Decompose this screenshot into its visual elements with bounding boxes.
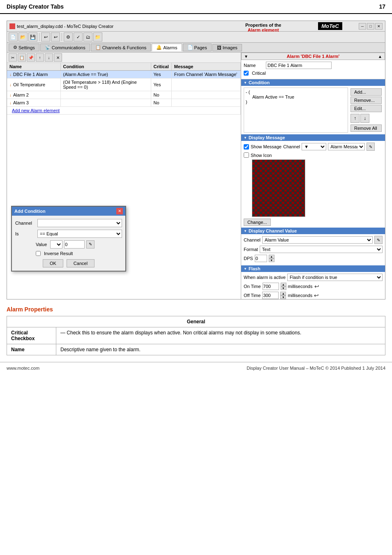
list-down-btn[interactable]: ↓ xyxy=(45,53,53,62)
add-alarm-row[interactable]: Add new Alarm element xyxy=(7,107,241,115)
off-time-reset-btn[interactable]: ↩ xyxy=(314,292,319,299)
format-select[interactable]: Text xyxy=(260,246,383,253)
alarm-1-icon: ↓ xyxy=(9,72,12,77)
alarm-message-select[interactable]: Alarm Message xyxy=(328,143,365,150)
alarm-row-4[interactable]: ↓Alarm 3 No xyxy=(7,99,241,107)
list-up-btn[interactable]: ↑ xyxy=(36,53,44,62)
channel-select[interactable] xyxy=(37,219,122,227)
footer-website: www.motec.com xyxy=(7,366,39,371)
off-time-input[interactable] xyxy=(262,292,279,299)
show-icon-checkbox[interactable] xyxy=(244,152,249,158)
condition-section-header[interactable]: ▼ Condition xyxy=(241,79,385,86)
alarm-4-condition xyxy=(60,99,151,107)
tab-settings[interactable]: ⚙ Settings xyxy=(9,44,39,51)
on-time-spin-up[interactable]: ▲ xyxy=(281,283,286,286)
dialog-title: Add Condition xyxy=(14,209,46,214)
dps-spin-up[interactable]: ▲ xyxy=(269,255,274,258)
alarm-properties-section: Alarm Properties General Critical Checkb… xyxy=(7,306,385,355)
critical-checkbox-row: Critical Checkbox — Check this to ensure… xyxy=(7,327,385,344)
alarm-row-2[interactable]: ↓Oil Temperature (Oil Temperature > 118)… xyxy=(7,78,241,91)
toolbar-undo-btn[interactable]: ↩ xyxy=(41,32,50,41)
value-type-select[interactable] xyxy=(50,240,62,249)
alarm-4-name: ↓Alarm 3 xyxy=(7,99,60,107)
remove-all-btn[interactable]: Remove All xyxy=(350,124,382,132)
name-input[interactable] xyxy=(266,62,332,69)
toolbar-folder3-btn[interactable]: 🗂 xyxy=(83,32,92,41)
alarm-3-name: ↓Alarm 2 xyxy=(7,91,60,99)
alarm-name-display: Alarm 'DBC File 1 Alarm' xyxy=(248,54,378,59)
dcv-header[interactable]: ▼ Display Channel Value xyxy=(241,228,385,234)
add-alarm-link[interactable]: Add new Alarm element xyxy=(9,106,62,115)
display-message-header[interactable]: ▼ Display Message xyxy=(241,134,385,141)
show-message-checkbox[interactable] xyxy=(244,144,249,150)
channels-icon: 📋 xyxy=(95,45,101,50)
edit-condition-btn[interactable]: Edit... xyxy=(350,105,382,112)
inverse-checkbox[interactable] xyxy=(36,251,41,256)
alarm-1-name: ↓DBC File 1 Alarm xyxy=(7,71,60,78)
ok-btn[interactable]: OK xyxy=(43,259,63,267)
on-time-reset-btn[interactable]: ↩ xyxy=(314,283,319,290)
tab-alarms[interactable]: 🔔 Alarms xyxy=(152,44,182,51)
flash-condition-select[interactable]: Flash if condition is true xyxy=(287,274,383,281)
toolbar-save-btn[interactable]: 💾 xyxy=(28,32,37,41)
toolbar-folder4-btn[interactable]: 📁 xyxy=(93,32,102,41)
toolbar-check-btn[interactable]: ✓ xyxy=(74,32,83,41)
off-time-spin-down[interactable]: ▼ xyxy=(280,295,286,299)
alarm-row-1[interactable]: ↓DBC File 1 Alarm (Alarm Active == True)… xyxy=(7,71,241,78)
value-input[interactable] xyxy=(64,240,85,249)
change-btn[interactable]: Change... xyxy=(244,219,271,226)
off-time-spin-up[interactable]: ▲ xyxy=(280,292,286,295)
toolbar-settings2-btn[interactable]: ⚙ xyxy=(64,32,73,41)
toolbar-open-btn[interactable]: 📂 xyxy=(18,32,28,41)
toolbar-sep2 xyxy=(62,33,62,41)
alarm-2-icon: ↓ xyxy=(9,83,12,87)
toolbar-new-btn[interactable]: 📄 xyxy=(9,32,18,41)
alarm-2-name: ↓Oil Temperature xyxy=(7,78,60,91)
alarm-value-edit-btn[interactable]: ✎ xyxy=(374,236,383,244)
page-header: Display Creator Tabs 17 xyxy=(0,0,392,14)
on-time-spin-down[interactable]: ▼ xyxy=(281,286,286,290)
value-edit-btn[interactable]: ✎ xyxy=(86,240,95,249)
flash-header[interactable]: ▼ Flash xyxy=(241,265,385,272)
pages-icon: 📄 xyxy=(187,45,193,50)
alarm-row-3[interactable]: ↓Alarm 2 No xyxy=(7,91,241,99)
list-paste-btn[interactable]: 📌 xyxy=(27,53,35,62)
minimize-btn[interactable]: ─ xyxy=(359,23,366,30)
flash-label: Flash xyxy=(249,266,261,271)
channel-label: Channel xyxy=(15,221,36,226)
condition-label: Condition xyxy=(249,80,270,85)
format-label: Format xyxy=(244,247,258,252)
dps-spin-down[interactable]: ▼ xyxy=(269,258,274,262)
name-row-label: Name xyxy=(7,344,56,355)
message-type-select[interactable]: ▼ xyxy=(302,143,326,150)
move-down-btn[interactable]: ↓ xyxy=(360,114,369,123)
move-up-btn[interactable]: ↑ xyxy=(350,114,360,123)
dps-input[interactable] xyxy=(255,255,267,262)
alarm-message-edit-btn[interactable]: ✎ xyxy=(367,143,375,151)
close-btn[interactable]: ✕ xyxy=(375,23,383,30)
tab-channels[interactable]: 📋 Channels & Functions xyxy=(91,44,151,51)
cancel-btn[interactable]: Cancel xyxy=(67,259,95,267)
remove-condition-btn[interactable]: Remove... xyxy=(350,97,382,104)
value-label: Value xyxy=(36,242,47,247)
on-time-input[interactable] xyxy=(263,283,279,290)
alarm-value-select[interactable]: Alarm Value xyxy=(262,236,373,244)
critical-checkbox[interactable] xyxy=(244,71,249,76)
tab-pages[interactable]: 📄 Pages xyxy=(183,44,212,51)
tab-images[interactable]: 🖼 Images xyxy=(212,44,242,51)
channel-label2: Channel xyxy=(283,144,300,149)
alarm-1-condition: (Alarm Active == True) xyxy=(60,71,151,78)
scrollbar-up[interactable]: ▲ xyxy=(378,54,382,59)
toolbar-redo-btn[interactable]: ↩ xyxy=(51,32,60,41)
maximize-btn[interactable]: □ xyxy=(367,23,374,30)
col-name: Name xyxy=(7,63,60,71)
list-cut-btn[interactable]: ✂ xyxy=(9,53,17,62)
tab-communications[interactable]: 📡 Communications xyxy=(40,44,90,51)
list-delete-btn[interactable]: ✕ xyxy=(54,53,62,62)
name-row-desc: Descriptive name given to the alarm. xyxy=(56,344,385,355)
is-select[interactable]: == Equal xyxy=(37,230,122,238)
list-copy-btn[interactable]: 📋 xyxy=(18,53,26,62)
flash-section: ▼ Flash When alarm is active Flash if co… xyxy=(241,265,385,299)
add-condition-btn[interactable]: Add... xyxy=(350,88,382,96)
dialog-close-btn[interactable]: ✕ xyxy=(116,208,123,214)
